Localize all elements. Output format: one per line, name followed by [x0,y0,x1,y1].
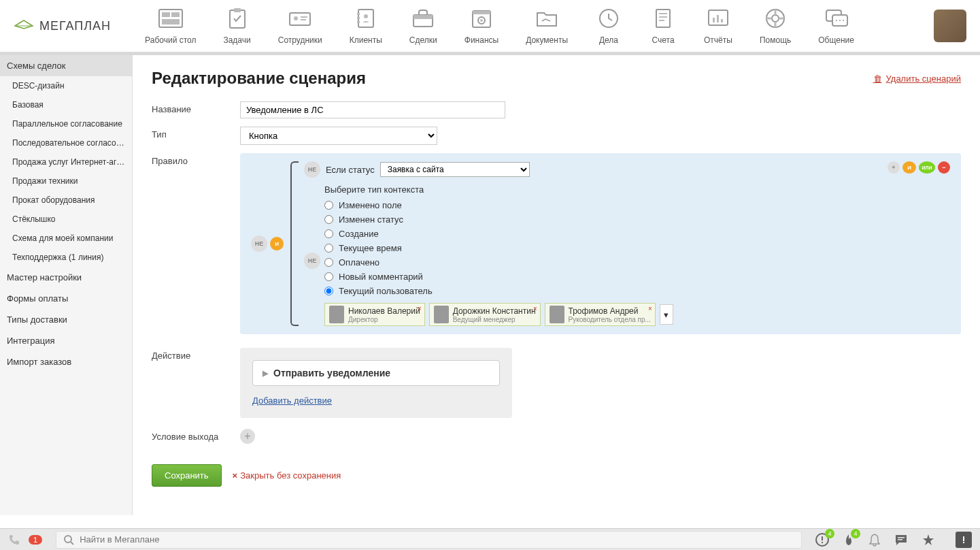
clients-icon [352,7,379,30]
svg-rect-28 [717,15,719,22]
logo[interactable]: МЕГАПЛАН [14,19,111,33]
user-avatar-icon [550,306,564,323]
sidebar-sub-item[interactable]: Продажи техники [0,172,132,191]
nav-employees[interactable]: Сотрудники [265,7,336,45]
status-rule: НЕ Если статус Заявка с сайта [304,161,950,178]
svg-point-35 [839,20,841,21]
cancel-button[interactable]: × Закрыть без сохранения [233,470,341,481]
nav-invoices[interactable]: Счета [636,7,690,45]
svg-point-14 [364,14,368,18]
or-pill[interactable]: ИЛИ [919,161,935,174]
sidebar-sub-item[interactable]: DESC-дизайн [0,76,132,95]
employees-icon [286,7,314,30]
context-radio-field-changed[interactable] [324,201,333,210]
svg-point-31 [772,15,779,22]
deals-icon [409,7,437,30]
sidebar-section-wizard[interactable]: Мастер настройки [0,267,132,288]
sidebar-sub-item[interactable]: Стёклышко [0,210,132,229]
remove-rule-button[interactable]: − [938,161,950,174]
add-exit-condition-button[interactable]: + [240,429,255,444]
sidebar-sub-item[interactable]: Последовательное согласов... [0,133,132,152]
status-select[interactable]: Заявка с сайта [380,162,530,177]
rule-label: Правило [152,153,240,166]
svg-rect-2 [171,12,180,17]
remove-user-icon[interactable]: × [533,305,537,312]
logo-text: МЕГАПЛАН [39,19,111,33]
status-label: Если статус [326,165,375,175]
add-rule-button[interactable]: + [888,161,900,174]
sidebar-sub-item[interactable]: Продажа услуг Интернет-аге... [0,152,132,172]
svg-rect-11 [357,13,360,15]
svg-rect-24 [659,16,667,18]
clock-icon [595,7,622,30]
nav-deals[interactable]: Сделки [396,7,451,45]
sidebar-sub-item[interactable]: Базовая [0,95,132,114]
context-type-label: Выберите тип контекста [324,184,950,195]
nav-help[interactable]: Помощь [746,7,805,45]
help-icon [762,7,789,30]
nav-documents[interactable]: Документы [512,7,581,45]
ne-badge[interactable]: НЕ [304,253,320,269]
page-header: Редактирование сценария 🗑 Удалить сценар… [152,69,961,88]
svg-rect-0 [159,10,182,27]
row-exit: Условие выхода + [152,429,961,444]
context-radio-status-changed[interactable] [324,215,333,224]
user-avatar-icon [329,306,344,323]
nav-desktop[interactable]: Рабочий стол [131,7,209,45]
sidebar-sub-item[interactable]: Схема для моей компании [0,229,132,248]
rule-box: + И ИЛИ − НЕ И [240,153,961,334]
reports-icon [705,7,732,30]
svg-rect-12 [357,17,360,19]
trash-icon: 🗑 [873,74,882,84]
nav-affairs[interactable]: Дела [581,7,636,45]
ne-badge[interactable]: НЕ [304,161,320,178]
context-radio-creation[interactable] [324,229,333,238]
sidebar-section-payment[interactable]: Формы оплаты [0,288,132,309]
ne-badge[interactable]: НЕ [251,236,267,252]
user-dropdown-button[interactable]: ▾ [660,304,673,325]
user-chip[interactable]: Трофимов Андрей Руководитель отдела пр..… [545,303,656,326]
svg-point-34 [836,20,837,21]
nav-clients[interactable]: Клиенты [336,7,396,45]
outer-badges: НЕ И [251,161,284,326]
sidebar-sub-item[interactable]: Прокат оборудования [0,191,132,210]
svg-rect-16 [413,15,433,19]
sidebar-sub-item[interactable]: Параллельное согласование [0,114,132,133]
remove-user-icon[interactable]: × [418,305,422,312]
context-radio-current-time[interactable] [324,244,333,253]
context-radio-paid[interactable] [324,258,333,267]
action-item[interactable]: ▶ Отправить уведомление [252,360,500,386]
sidebar-section-import[interactable]: Импорт заказов [0,351,132,372]
sidebar-sub-item[interactable]: Техподдержка (1 линия) [0,248,132,267]
sidebar-section-integration[interactable]: Интеграция [0,330,132,351]
exit-label: Условие выхода [152,429,240,442]
user-avatar[interactable] [934,10,966,42]
nav-finance[interactable]: Финансы [451,7,512,45]
user-chip[interactable]: Николаев Валерий Директор × [324,303,425,326]
delete-scenario-link[interactable]: 🗑 Удалить сценарий [873,74,961,84]
add-action-link[interactable]: Добавить действие [252,395,332,406]
svg-rect-9 [301,19,306,20]
and-badge[interactable]: И [270,237,284,250]
chevron-down-icon: ▾ [664,310,669,320]
arrow-right-icon: ▶ [263,369,268,378]
name-input[interactable] [240,101,505,118]
nav-reports[interactable]: Отчёты [690,7,746,45]
close-icon: × [233,470,238,481]
action-box: ▶ Отправить уведомление Добавить действи… [240,348,512,418]
context-group: Выберите тип контекста Изменено поле Изм… [324,184,950,296]
sidebar-section-schemes[interactable]: Схемы сделок [0,55,132,76]
save-button[interactable]: Сохранить [152,464,222,487]
main-content: Редактирование сценария 🗑 Удалить сценар… [133,55,980,515]
remove-user-icon[interactable]: × [648,305,652,312]
nav-chat[interactable]: Общение [805,7,868,45]
user-chip[interactable]: Дорожкин Константин Ведущий менеджер × [429,303,541,326]
context-radio-new-comment[interactable] [324,272,333,281]
nav-tasks[interactable]: Задачи [209,7,264,45]
and-pill[interactable]: И [902,161,916,174]
svg-point-7 [294,16,298,20]
context-radio-current-user[interactable] [324,287,333,295]
svg-rect-29 [721,19,723,22]
sidebar-section-delivery[interactable]: Типы доставки [0,309,132,330]
type-select[interactable]: Кнопка [240,127,437,145]
